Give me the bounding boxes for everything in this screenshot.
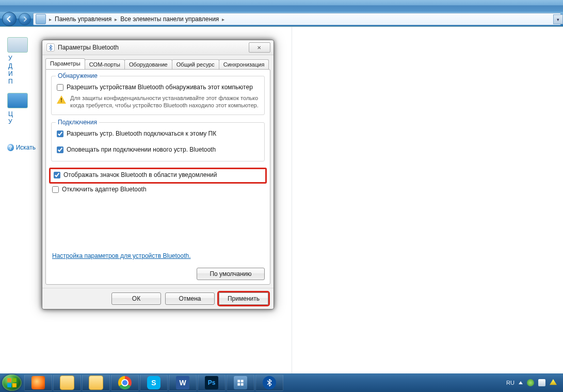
breadcrumb[interactable]: ▸ Панель управления ▸ Все элементы панел… xyxy=(33,13,561,25)
folder-icon xyxy=(89,375,103,390)
notify-connect-label: Оповещать при подключении нового устр. B… xyxy=(67,146,216,154)
show-tray-icon-label: Отображать значок Bluetooth в области ув… xyxy=(63,171,217,179)
chevron-right-icon: ▸ xyxy=(49,17,52,22)
tray-icon[interactable] xyxy=(538,379,545,386)
defaults-button[interactable]: По умолчанию xyxy=(197,268,265,280)
close-icon: ✕ xyxy=(257,45,262,51)
svg-rect-2 xyxy=(7,383,11,387)
sidebar-text: Ц xyxy=(8,110,36,118)
taskbar-item-word[interactable]: W xyxy=(169,374,197,391)
taskbar-item-explorer[interactable] xyxy=(53,374,81,391)
allow-discovery-label: Разрешить устройствам Bluetooth обнаружи… xyxy=(67,84,253,91)
allow-connect-checkbox[interactable] xyxy=(57,130,63,137)
show-tray-icon-checkbox[interactable] xyxy=(54,172,60,178)
bluetooth-icon xyxy=(263,376,276,389)
tab-sync[interactable]: Синхронизация xyxy=(219,59,269,70)
taskbar-item-explorer2[interactable] xyxy=(82,374,110,391)
tab-sharing[interactable]: Общий ресурс xyxy=(172,59,219,70)
notify-connect-checkbox[interactable] xyxy=(57,146,63,153)
bluetooth-settings-dialog: Параметры Bluetooth ✕ Параметры COM-порт… xyxy=(42,40,274,309)
svg-rect-4 xyxy=(237,380,240,382)
window-titlebar xyxy=(0,0,563,12)
taskbar-item-firefox[interactable] xyxy=(24,374,52,391)
search-link[interactable]: ? Искать xyxy=(7,144,36,151)
devices-icon xyxy=(7,37,28,53)
warning-text: Для защиты конфиденциальности устанавлив… xyxy=(70,94,259,109)
address-dropdown[interactable]: ▾ xyxy=(553,14,563,24)
taskbar: S W Ps RU xyxy=(0,373,563,392)
skype-icon: S xyxy=(147,376,160,389)
display-icon xyxy=(7,93,28,108)
group-connections: Подключения Разрешить устр. Bluetooth по… xyxy=(51,122,265,161)
language-indicator[interactable]: RU xyxy=(506,380,514,386)
control-panel-icon xyxy=(36,14,46,24)
search-link-label: Искать xyxy=(16,144,36,151)
taskbar-item-chrome[interactable] xyxy=(111,374,139,391)
svg-rect-7 xyxy=(241,383,244,386)
breadcrumb-item[interactable]: Панель управления xyxy=(55,15,111,23)
tray-icon[interactable] xyxy=(527,379,534,386)
dialog-footer: ОК Отмена Применить xyxy=(42,288,274,309)
nav-back-button[interactable] xyxy=(2,12,17,26)
close-button[interactable]: ✕ xyxy=(249,42,270,53)
content-area: У Д И П Ц У ? Искать Параметры Bluetooth… xyxy=(0,26,563,373)
svg-rect-3 xyxy=(12,383,17,387)
pane-separator xyxy=(292,27,292,373)
help-icon: ? xyxy=(7,144,14,151)
breadcrumb-item[interactable]: Все элементы панели управления xyxy=(120,15,219,23)
chrome-icon xyxy=(118,376,132,389)
group-legend: Обнаружение xyxy=(56,72,100,79)
bluetooth-icon xyxy=(46,43,55,52)
svg-rect-5 xyxy=(241,380,244,382)
word-icon: W xyxy=(176,376,189,389)
firefox-icon xyxy=(31,376,45,389)
photoshop-icon: Ps xyxy=(205,376,218,389)
warning-icon xyxy=(57,95,66,104)
sidebar-text: У xyxy=(8,118,36,125)
cancel-button[interactable]: Отмена xyxy=(165,292,215,305)
tab-panel: Обнаружение Разрешить устройствам Blueto… xyxy=(45,69,270,285)
chevron-right-icon: ▸ xyxy=(222,17,224,22)
disable-adapter-checkbox[interactable] xyxy=(52,186,59,193)
highlight-show-icon: Отображать значок Bluetooth в области ув… xyxy=(49,168,267,184)
address-row: ▸ Панель управления ▸ Все элементы панел… xyxy=(0,12,563,26)
nav-forward-button[interactable] xyxy=(19,13,31,25)
tab-hardware[interactable]: Оборудование xyxy=(124,59,172,70)
system-tray[interactable]: RU xyxy=(506,379,561,386)
sidebar: У Д И П Ц У ? Искать xyxy=(7,37,36,151)
folder-icon xyxy=(60,375,74,390)
apply-button[interactable]: Применить xyxy=(219,292,268,305)
tab-com-ports[interactable]: COM-порты xyxy=(85,59,125,70)
group-legend: Подключения xyxy=(56,119,99,126)
tray-icon[interactable] xyxy=(550,379,557,386)
allow-discovery-checkbox[interactable] xyxy=(57,84,63,91)
svg-rect-6 xyxy=(237,383,240,386)
tray-expand-icon[interactable] xyxy=(519,381,523,384)
taskbar-item-settings[interactable] xyxy=(227,374,254,391)
tabstrip: Параметры COM-порты Оборудование Общий р… xyxy=(42,55,274,69)
svg-rect-1 xyxy=(12,378,17,382)
taskbar-item-bluetooth[interactable] xyxy=(255,374,283,391)
allow-connect-label: Разрешить устр. Bluetooth подключаться к… xyxy=(67,130,216,138)
dialog-titlebar[interactable]: Параметры Bluetooth ✕ xyxy=(42,40,274,55)
start-button[interactable] xyxy=(2,374,22,391)
sidebar-text: У xyxy=(8,55,36,62)
chevron-right-icon: ▸ xyxy=(115,17,117,22)
settings-icon xyxy=(234,376,247,389)
svg-rect-0 xyxy=(7,378,11,382)
taskbar-item-skype[interactable]: S xyxy=(140,374,168,391)
ok-button[interactable]: ОК xyxy=(111,292,161,305)
bluetooth-settings-link[interactable]: Настройка параметров для устройств Bluet… xyxy=(51,240,191,265)
taskbar-item-photoshop[interactable]: Ps xyxy=(198,374,226,391)
sidebar-text: И xyxy=(8,70,36,77)
dialog-title: Параметры Bluetooth xyxy=(58,44,119,51)
sidebar-text: Д xyxy=(8,62,36,70)
disable-adapter-label: Отключить адаптер Bluetooth xyxy=(62,186,147,193)
tab-parameters[interactable]: Параметры xyxy=(45,58,85,69)
group-discovery: Обнаружение Разрешить устройствам Blueto… xyxy=(51,76,265,115)
sidebar-text: П xyxy=(8,78,36,85)
